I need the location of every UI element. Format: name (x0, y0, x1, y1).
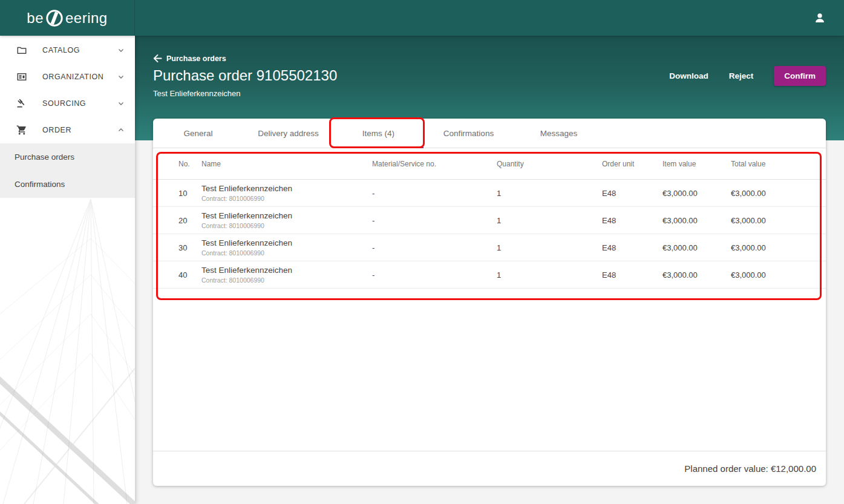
column-header-material: Material/Service no. (372, 160, 497, 168)
submenu-item-label: Confirmations (15, 180, 65, 189)
submenu-item-label: Purchase orders (15, 152, 74, 162)
row-name: Test Enlieferkennzeichen (201, 266, 372, 275)
tab-confirmations[interactable]: Confirmations (424, 119, 514, 148)
sidebar-item-sourcing[interactable]: SOURCING (0, 90, 135, 117)
column-header-no: No. (153, 160, 201, 168)
row-order-unit: E48 (602, 189, 662, 198)
column-header-quantity: Quantity (497, 160, 602, 168)
row-name-cell: Test Enlieferkennzeichen Contract: 80100… (201, 266, 372, 284)
row-quantity: 1 (497, 189, 602, 198)
back-arrow-icon (153, 54, 162, 63)
column-header-item-value: Item value (662, 160, 731, 168)
table-row[interactable]: 10 Test Enlieferkennzeichen Contract: 80… (153, 180, 826, 207)
row-item-value: €3,000.00 (662, 216, 731, 225)
row-no: 30 (153, 243, 201, 252)
user-account-button[interactable] (810, 8, 829, 28)
table-row[interactable]: 40 Test Enlieferkennzeichen Contract: 80… (153, 261, 826, 289)
tab-items[interactable]: Items (4) (333, 119, 424, 148)
row-contract: Contract: 8010006990 (201, 277, 372, 284)
back-link-label: Purchase orders (166, 54, 226, 63)
row-no: 10 (153, 189, 201, 198)
confirm-button[interactable]: Confirm (774, 66, 826, 86)
row-name-cell: Test Enlieferkennzeichen Contract: 80100… (201, 238, 372, 257)
person-icon (813, 11, 826, 25)
sidebar-item-purchase-orders[interactable]: Purchase orders (0, 143, 135, 171)
purchase-order-card: General Delivery address Items (4) Confi… (153, 119, 826, 486)
organization-icon (16, 71, 27, 82)
planned-order-value: Planned order value: €12,000.00 (684, 463, 816, 474)
row-name: Test Enlieferkennzeichen (201, 184, 372, 193)
row-total-value: €3,000.00 (731, 189, 826, 198)
row-material: - (372, 216, 497, 225)
active-tab-underline (333, 147, 424, 148)
tab-label: Items (4) (362, 129, 394, 138)
folder-icon (16, 45, 27, 56)
tab-messages[interactable]: Messages (514, 119, 604, 148)
chevron-down-icon (117, 73, 125, 81)
sidebar-item-organization[interactable]: ORGANIZATION (0, 64, 135, 90)
row-name-cell: Test Enlieferkennzeichen Contract: 80100… (201, 211, 372, 229)
row-name-cell: Test Enlieferkennzeichen Contract: 80100… (201, 184, 372, 202)
row-contract: Contract: 8010006990 (201, 195, 372, 202)
reject-button[interactable]: Reject (729, 71, 754, 80)
sidebar-item-confirmations[interactable]: Confirmations (0, 171, 135, 198)
sidebar-item-order[interactable]: ORDER (0, 117, 135, 143)
row-item-value: €3,000.00 (662, 243, 731, 252)
tab-delivery-address[interactable]: Delivery address (243, 119, 333, 148)
row-name: Test Enlieferkennzeichen (201, 211, 372, 220)
logo-text-suffix: eering (65, 10, 108, 27)
top-app-bar: be eering (0, 0, 844, 36)
row-quantity: 1 (497, 243, 602, 252)
brand-logo[interactable]: be eering (0, 0, 135, 36)
order-submenu: Purchase orders Confirmations (0, 143, 135, 198)
row-total-value: €3,000.00 (662, 270, 731, 280)
column-header-order-unit: Order unit (602, 160, 662, 168)
row-contract: Contract: 8010006990 (201, 222, 372, 229)
row-order-unit: E48 (602, 270, 662, 280)
logo-text-prefix: be (27, 10, 44, 27)
sidebar-item-catalog[interactable]: CATALOG (0, 37, 135, 64)
row-order-unit: E48 (602, 216, 662, 225)
sidebar-item-label: SOURCING (42, 99, 117, 108)
column-header-name: Name (201, 160, 372, 168)
logo-n-icon (45, 9, 64, 27)
tab-label: Messages (540, 129, 578, 138)
sidebar-item-label: ORGANIZATION (42, 73, 117, 81)
items-table-header: No. Name Material/Service no. Quantity O… (153, 148, 826, 180)
tab-general[interactable]: General (153, 119, 243, 148)
row-order-unit: E48 (602, 243, 662, 252)
sidebar-item-label: ORDER (42, 126, 117, 134)
row-total-value: €3,000.00 (731, 216, 826, 225)
row-quantity: 1 (497, 270, 602, 280)
row-contract: Contract: 8010006990 (201, 249, 372, 257)
tab-label: General (183, 129, 212, 138)
back-link[interactable]: Purchase orders (153, 54, 226, 63)
row-total-value: €3,000.00 (731, 270, 826, 280)
chevron-down-icon (117, 46, 125, 54)
column-header-total-value: Total value (731, 160, 826, 168)
chevron-down-icon (117, 99, 125, 108)
row-material: - (372, 189, 497, 198)
row-no: 40 (153, 270, 201, 280)
row-no: 20 (153, 216, 201, 225)
tab-label: Confirmations (443, 129, 494, 138)
download-button[interactable]: Download (669, 71, 708, 80)
row-quantity: 1 (497, 216, 602, 225)
row-total-value: €3,000.00 (731, 243, 826, 252)
table-row[interactable]: 20 Test Enlieferkennzeichen Contract: 80… (153, 207, 826, 234)
header-actions: Download Reject Confirm (669, 66, 826, 86)
chevron-up-icon (117, 126, 125, 134)
row-name: Test Enlieferkennzeichen (201, 238, 372, 247)
row-material: - (372, 270, 497, 280)
gavel-icon (16, 98, 27, 109)
tab-bar: General Delivery address Items (4) Confi… (153, 119, 826, 148)
card-footer: Planned order value: €12,000.00 (153, 451, 826, 486)
sidebar-nav: CATALOG ORGANIZATION SOURCING (0, 36, 135, 504)
table-row[interactable]: 30 Test Enlieferkennzeichen Contract: 80… (153, 234, 826, 261)
page-subtitle: Test Enlieferkennzeichen (153, 89, 241, 98)
row-material: - (372, 243, 497, 252)
row-item-value: €3,000.00 (662, 189, 731, 198)
page-title: Purchase order 9105502130 (153, 67, 337, 84)
sidebar-item-label: CATALOG (42, 46, 117, 54)
cart-icon (16, 125, 27, 136)
